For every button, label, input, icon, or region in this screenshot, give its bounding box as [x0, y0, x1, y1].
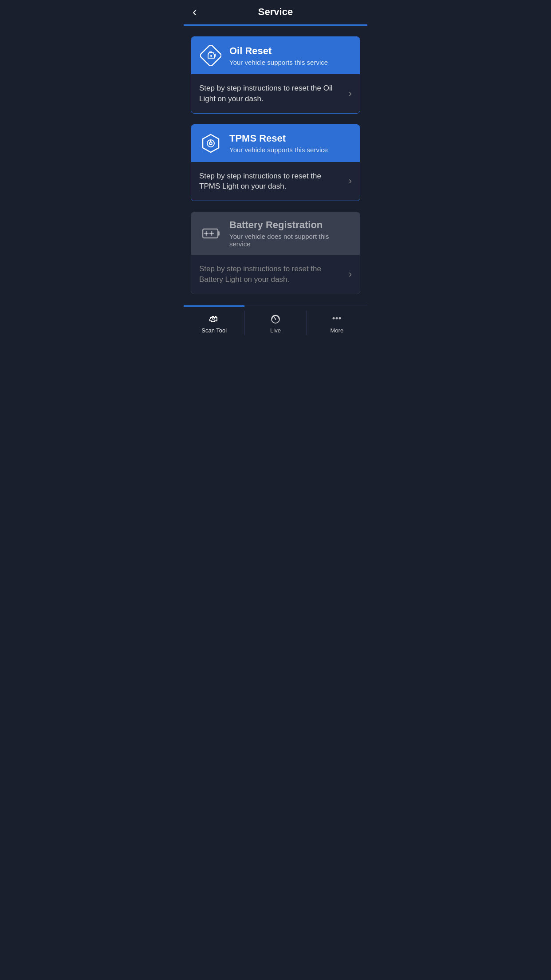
nav-live[interactable]: Live: [245, 305, 306, 340]
oil-reset-title: Oil Reset: [229, 45, 328, 57]
header: ‹ Service: [184, 0, 367, 24]
battery-registration-chevron-icon: ›: [349, 269, 352, 280]
tpms-reset-title: TPMS Reset: [229, 133, 328, 144]
main-content: Oil Reset Your vehicle supports this ser…: [184, 26, 367, 305]
battery-registration-subtitle: Your vehicle does not support this servi…: [229, 233, 352, 248]
tpms-reset-description: Step by step instructions to reset the T…: [199, 171, 349, 192]
tpms-reset-card-body[interactable]: Step by step instructions to reset the T…: [191, 162, 360, 201]
bottom-nav: Scan Tool Live More: [184, 305, 367, 340]
battery-registration-description: Step by step instructions to reset the B…: [199, 264, 349, 285]
more-label: More: [331, 327, 344, 334]
tpms-reset-subtitle: Your vehicle supports this service: [229, 146, 328, 154]
svg-point-1: [210, 55, 212, 57]
oil-reset-chevron-icon: ›: [349, 88, 352, 99]
page-title: Service: [258, 6, 293, 18]
scan-tool-icon: [208, 312, 220, 324]
back-button[interactable]: ‹: [191, 4, 198, 20]
tpms-reset-header-text: TPMS Reset Your vehicle supports this se…: [229, 133, 328, 154]
more-icon: [331, 312, 343, 324]
svg-rect-8: [218, 231, 220, 236]
svg-point-6: [211, 142, 211, 143]
battery-registration-card: Battery Registration Your vehicle does n…: [191, 212, 360, 294]
svg-point-16: [275, 318, 276, 320]
oil-reset-subtitle: Your vehicle supports this service: [229, 59, 328, 66]
battery-registration-card-body[interactable]: Step by step instructions to reset the B…: [191, 255, 360, 294]
battery-registration-header-text: Battery Registration Your vehicle does n…: [229, 219, 352, 248]
battery-icon: [199, 222, 222, 245]
tpms-icon: [199, 132, 222, 155]
oil-icon: [199, 44, 222, 67]
nav-scan-tool[interactable]: Scan Tool: [184, 305, 244, 340]
svg-point-19: [339, 317, 341, 319]
battery-registration-card-header: Battery Registration Your vehicle does n…: [191, 212, 360, 255]
svg-point-18: [336, 317, 338, 319]
live-icon: [269, 312, 282, 324]
svg-point-17: [333, 317, 335, 319]
svg-rect-13: [213, 318, 214, 319]
oil-reset-card-header: Oil Reset Your vehicle supports this ser…: [191, 37, 360, 74]
oil-reset-card: Oil Reset Your vehicle supports this ser…: [191, 36, 360, 114]
nav-more[interactable]: More: [307, 305, 367, 340]
battery-registration-title: Battery Registration: [229, 219, 352, 231]
oil-reset-card-body[interactable]: Step by step instructions to reset the O…: [191, 74, 360, 113]
svg-marker-2: [203, 134, 219, 152]
oil-reset-description: Step by step instructions to reset the O…: [199, 83, 349, 104]
live-label: Live: [270, 327, 281, 334]
tpms-reset-card: TPMS Reset Your vehicle supports this se…: [191, 124, 360, 202]
tpms-reset-chevron-icon: ›: [349, 175, 352, 187]
tpms-reset-card-header: TPMS Reset Your vehicle supports this se…: [191, 125, 360, 162]
oil-reset-header-text: Oil Reset Your vehicle supports this ser…: [229, 45, 328, 66]
scan-tool-label: Scan Tool: [201, 327, 227, 334]
